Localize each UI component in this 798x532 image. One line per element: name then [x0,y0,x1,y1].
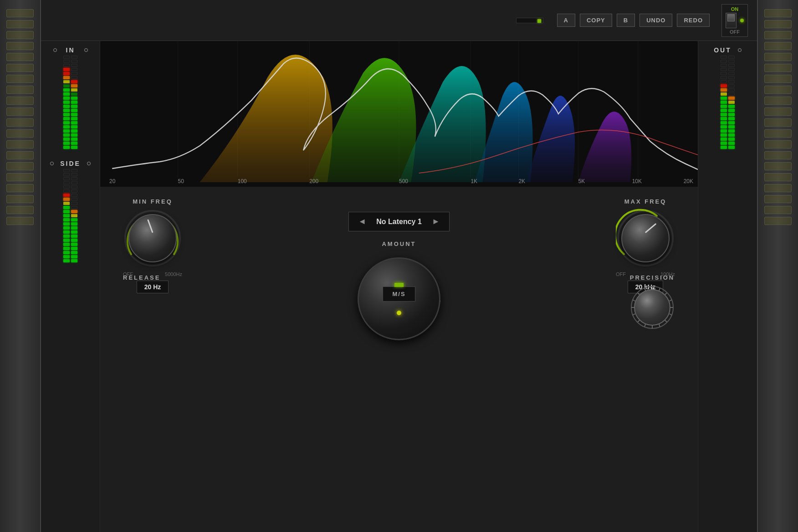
svg-line-36 [665,320,667,322]
rack-slot [764,129,792,138]
preset-a-button[interactable]: A [557,14,575,27]
rack-slot [6,86,34,94]
side-meter-right [71,169,77,262]
rack-slot [6,162,34,170]
freq-2k-label: 2K [518,178,525,184]
ms-button[interactable]: M/S [383,286,415,302]
release-section: RELEASE [123,274,160,281]
freq-200-label: 200 [309,178,318,184]
out-dot-right [738,48,742,52]
rack-slot [764,53,792,61]
in-dot-left [53,48,57,52]
out-meter-strip [721,56,735,149]
freq-100-label: 100 [238,178,247,184]
rack-slot [6,9,34,17]
svg-line-41 [633,314,635,315]
rack-slot [6,118,34,127]
svg-line-35 [670,314,672,315]
freq-500-label: 500 [399,178,408,184]
precision-knob-cap[interactable] [634,289,670,326]
min-freq-knob-cap[interactable] [128,214,177,262]
rack-slot [764,162,792,170]
rack-slot [764,195,792,203]
freq-5k-label: 5K [578,178,585,184]
mode-next-button[interactable]: ► [432,217,440,226]
rack-slot [764,97,792,105]
rack-slot [6,151,34,159]
freq-20-label: 20 [109,178,115,184]
rack-slot [764,9,792,17]
min-freq-value-display[interactable]: 20 Hz [137,281,169,293]
min-freq-knob[interactable] [123,209,182,268]
precision-knob[interactable] [629,285,675,330]
out-label: OUT [714,46,732,54]
svg-line-39 [645,324,645,327]
redo-button[interactable]: REDO [677,14,710,27]
min-freq-max: 5000Hz [165,271,182,277]
ms-button-area: M/S [383,283,415,302]
rack-slot [6,184,34,192]
rack-slot [6,42,34,50]
rack-slot [6,75,34,83]
precision-section: PRECISION [629,274,675,330]
rack-slot [764,118,792,127]
power-switch[interactable] [726,13,737,28]
in-meter-strip [63,56,77,149]
rack-slot [764,217,792,225]
max-freq-off: OFF [616,271,626,277]
rack-slot [764,206,792,214]
svg-line-43 [633,300,635,301]
rack-slot [6,31,34,39]
right-meters-section: OUT [698,41,757,532]
rack-slot [6,64,34,72]
freq-1k-label: 1K [471,178,477,184]
mode-prev-button[interactable]: ◄ [358,217,366,226]
max-freq-knob-cap[interactable] [621,214,670,262]
rack-slot [764,86,792,94]
rack-left [0,0,41,532]
max-freq-label: MAX FREQ [624,198,667,205]
in-label: IN [66,46,75,54]
center-controls: ◄ No Latency 1 ► AMOUNT [348,212,450,302]
power-on-label: ON [731,6,739,12]
max-freq-indicator [645,223,656,233]
main-area: IN [41,41,757,532]
rack-slot [764,64,792,72]
release-label: RELEASE [123,274,160,281]
freq-10k-label: 10K [632,178,642,184]
precision-label: PRECISION [630,274,675,281]
copy-button[interactable]: COPY [580,14,612,27]
top-bar: A COPY B UNDO REDO ON OFF [41,0,757,41]
rack-slot [6,107,34,116]
rack-right [757,0,798,532]
rack-slot [764,151,792,159]
min-freq-indicator [147,219,153,233]
svg-line-33 [670,300,672,301]
rack-slot [764,107,792,116]
in-meter-right [71,56,77,149]
rack-slot [764,75,792,83]
rack-slot [764,42,792,50]
rack-slot [6,129,34,138]
side-meter-strip [63,169,77,262]
spectrum-analyzer: 20 50 100 200 500 1K 2K 5K 10K 20K [100,41,698,187]
controls-area: MIN FREQ OFF [100,187,698,532]
rack-slot [764,173,792,181]
preset-b-button[interactable]: B [617,14,635,27]
freq-50-label: 50 [178,178,184,184]
rack-slot [764,20,792,28]
rack-slot [6,217,34,225]
plugin-container: A COPY B UNDO REDO ON OFF IN [0,0,798,532]
power-section: ON OFF [721,4,748,37]
max-freq-knob[interactable] [616,209,675,268]
min-freq-label: MIN FREQ [133,198,173,205]
rack-slot [6,195,34,203]
undo-button[interactable]: UNDO [639,14,672,27]
rack-slot [6,206,34,214]
amount-label: AMOUNT [382,240,416,247]
mode-selector: ◄ No Latency 1 ► [348,212,450,231]
rack-slot [6,20,34,28]
out-meter-right [728,56,735,149]
in-meter-left [63,56,70,149]
out-meter-left [721,56,727,149]
